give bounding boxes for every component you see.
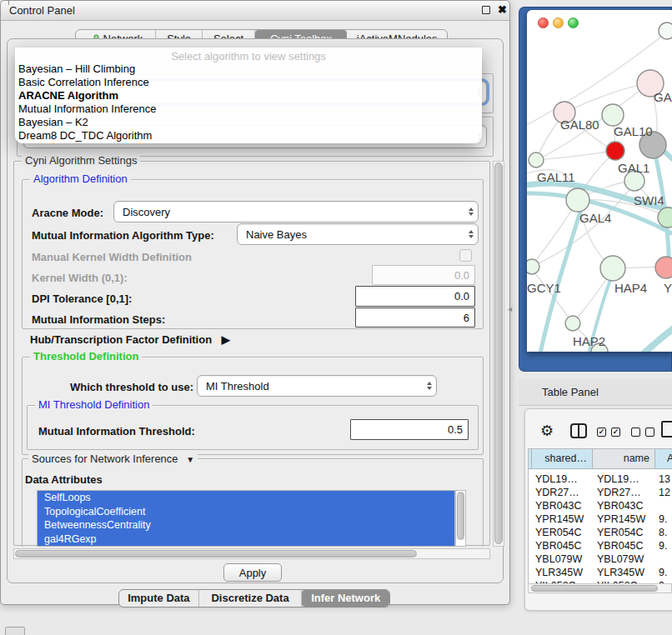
threshold-definition-title: Threshold Definition [30,351,142,362]
column-header-shared-name[interactable]: shared… [532,449,593,469]
kernel-width-field[interactable]: 0.0 [372,265,475,285]
table-cell[interactable]: YPR145W [597,512,655,526]
mi-type-select[interactable]: Naive Bayes [237,223,479,245]
node-label: GAL1 [618,161,649,175]
gear-icon[interactable]: ⚙ [540,422,554,440]
list-item[interactable]: gal4RGexp [38,532,454,547]
table-cell[interactable]: YBL079W [597,552,655,566]
algorithm-option[interactable]: Bayesian – K2 [15,116,482,129]
table-cell[interactable]: YER054C [535,526,594,539]
float-window-icon[interactable] [482,6,490,14]
table-cell[interactable]: YBR043C [597,499,655,512]
table-cell[interactable]: YDR27… [535,486,594,499]
node-gal1-selected[interactable] [606,142,624,160]
table-cell[interactable]: 9. [659,512,672,526]
algorithm-option[interactable]: Mutual Information Inference [15,102,482,116]
node-y[interactable] [655,257,672,278]
cyni-bottom-tabbar: Impute Data Discretize Data Infer Networ… [118,589,390,608]
node-label: GAL10 [614,124,653,138]
which-threshold-select[interactable]: MI Threshold [197,375,437,397]
tab-infer-network[interactable]: Infer Network [302,590,389,607]
algorithm-option[interactable]: Bayesian – Hill Climbing [15,62,482,76]
cyni-algorithm-settings-title: Cyni Algorithm Settings [22,155,140,167]
list-item[interactable]: BetweennessCentrality [38,518,454,532]
column-header-name[interactable]: name [593,449,655,469]
algorithm-dropdown-popup: Select algorithm to view settings Bayesi… [15,48,482,143]
table-cell[interactable]: YBL079W [535,552,594,566]
table-cell[interactable]: YBR045C [597,539,655,552]
minimized-panel-button[interactable] [5,627,25,635]
table-cell[interactable]: 13 [659,472,672,486]
aracne-mode-label: Aracne Mode: [32,207,103,219]
table-cell[interactable]: 8. [659,526,672,539]
kernel-width-label: Kernel Width (0,1): [32,272,128,284]
network-canvas[interactable]: GAL GAL80 GAL10 GAL11 GAL1 SWI4 GAL4 GCY… [527,10,672,352]
column-layout-icon[interactable] [570,423,587,438]
deselect-all-checks-icon[interactable] [645,428,654,437]
table-cell[interactable]: YDR27… [597,486,655,499]
manual-kernel-checkbox[interactable] [459,249,472,262]
node-label: GCY1 [527,281,561,295]
kernel-width-value: 0.0 [454,269,474,282]
combo-stepper-icon [423,382,436,390]
mi-steps-field[interactable]: 6 [355,308,475,328]
node-unlabeled[interactable] [658,208,672,228]
column-header-partial[interactable]: A [655,449,672,469]
table-cell[interactable]: YLR345W [597,566,655,579]
tab-infer-network-label: Infer Network [311,589,380,608]
hub-definition-label: Hub/Transcription Factor Definition [30,333,212,346]
table-cell[interactable]: YDL19… [535,472,594,486]
node-gal4[interactable] [566,188,589,212]
select-all-checks-icon[interactable]: ✓ [611,428,620,437]
list-item[interactable]: SelfLoops [38,491,454,505]
list-item[interactable]: TopologicalCoefficient [38,505,454,519]
combo-stepper-icon [464,230,478,238]
hub-definition-expander[interactable]: Hub/Transcription Factor Definition ▶ [30,333,230,346]
node-unlabeled[interactable] [659,22,672,39]
algorithm-option[interactable]: Basic Correlation Inference [15,76,482,89]
node-gal10[interactable] [602,104,624,126]
mi-threshold-field[interactable]: 0.5 [350,419,469,440]
apply-button[interactable]: Apply [223,563,282,582]
aracne-mode-value: Discovery [114,206,464,218]
node-hap2[interactable] [565,316,580,331]
export-table-icon[interactable] [661,421,672,438]
aracne-mode-select[interactable]: Discovery [113,201,479,222]
node-gal11[interactable] [529,152,544,168]
table-panel-titlebar[interactable]: Table Panel [519,379,672,406]
table-cell[interactable]: YPR145W [535,512,594,526]
settings-hscrollbar-thumb[interactable] [15,550,417,558]
node-label: GAL4 [579,211,611,225]
mi-threshold-group-title: MI Threshold Definition [35,399,153,411]
split-divider-handle[interactable]: ◂ [508,304,512,313]
table-cell[interactable]: YBR045C [535,539,594,552]
deselect-all-checks-icon[interactable] [631,428,640,437]
table-cell[interactable]: YDL19… [597,472,655,486]
table-hscrollbar-thumb[interactable] [531,585,658,592]
table-cell[interactable]: YLR345W [535,566,594,579]
node-label: GAL [654,90,672,104]
algorithm-option-selected[interactable]: ARACNE Algorithm [15,89,482,102]
control-panel-titlebar[interactable]: Control Panel ✖ [1,1,509,21]
node-hap4[interactable] [600,256,625,281]
select-all-checks-icon[interactable]: ✓ [597,428,606,437]
table-cell[interactable]: 12 [659,486,672,499]
tab-impute-data[interactable]: Impute Data [119,590,199,607]
sources-title: Sources for Network Inference [32,452,178,465]
table-cell[interactable]: YER054C [597,526,655,539]
node-gcy1[interactable] [527,259,539,274]
dpi-tolerance-field[interactable]: 0.0 [355,286,475,307]
tab-discretize-data-label: Discretize Data [211,589,288,608]
collapse-down-icon: ▼ [186,455,194,464]
table-cell[interactable]: 9. [659,566,672,579]
table-panel-title: Table Panel [542,386,599,398]
table-cell[interactable]: 9. [659,539,672,552]
algorithm-option[interactable]: Dream8 DC_TDC Algorithm [15,129,482,142]
node-label: HAP2 [573,334,605,348]
close-icon[interactable]: ✖ [498,3,507,16]
tab-discretize-data[interactable]: Discretize Data [199,590,302,607]
settings-vscrollbar-thumb[interactable] [494,162,503,544]
table-cell[interactable]: YBR043C [535,499,594,512]
sources-expander[interactable]: Sources for Network Inference ▼ [28,452,198,465]
list-scrollbar-thumb[interactable] [457,492,464,540]
